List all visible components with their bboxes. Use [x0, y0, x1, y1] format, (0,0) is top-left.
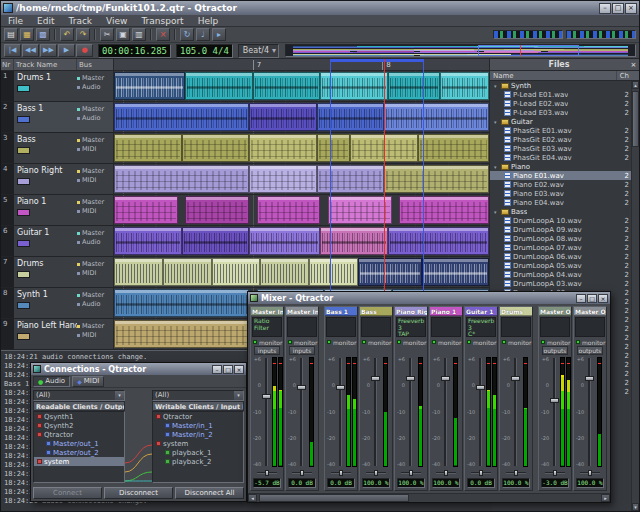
menu-track[interactable]: Track	[62, 15, 100, 27]
clip[interactable]	[388, 227, 489, 255]
clip[interactable]	[114, 289, 249, 317]
menu-view[interactable]: View	[99, 15, 134, 27]
expand-icon[interactable]: ▾	[494, 83, 499, 89]
track-color-swatch[interactable]	[17, 333, 30, 340]
pan-handle[interactable]	[339, 470, 343, 476]
track-row[interactable]: 4Piano RightMasterMIDI	[1, 164, 113, 195]
clip[interactable]	[317, 165, 385, 193]
mixer-strip[interactable]: Bassmonitor.+60-10-20-40100.0 %	[359, 306, 393, 491]
mixer-strip[interactable]: Master Outmonitoroutputs+60-10-20-40-3.0…	[538, 306, 572, 491]
snap-selector[interactable]: Beat/4▾	[238, 44, 279, 58]
fader-handle[interactable]	[406, 376, 415, 381]
clip[interactable]	[249, 103, 317, 131]
file-row[interactable]: Piano E01.wav2	[490, 171, 639, 180]
mixer-strip[interactable]: Guitar 1Freeverb 3C* Phasermonitor.+60-1…	[464, 306, 498, 491]
fader-handle[interactable]	[262, 394, 271, 399]
readable-filter[interactable]: (All)▾	[33, 390, 125, 401]
minimize-button[interactable]: –	[576, 294, 586, 303]
time-display[interactable]: 00:00:16.285	[98, 44, 171, 58]
gain-fader[interactable]	[476, 357, 485, 467]
loop-icon[interactable]: ↻	[180, 28, 194, 41]
monitor-toggle[interactable]: monitor	[360, 338, 392, 346]
metronome-icon[interactable]: ♩	[196, 28, 210, 41]
fader-handle[interactable]	[476, 385, 485, 390]
file-row[interactable]: Piano E03.wav2	[490, 189, 639, 198]
track-row[interactable]: 6Guitar 1MasterAudio	[1, 226, 113, 257]
pan-handle[interactable]	[479, 470, 483, 476]
clip[interactable]	[317, 134, 351, 162]
maximize-button[interactable]: □	[612, 3, 624, 14]
mixer-scrollbar[interactable]: ◂ ▸	[248, 493, 610, 502]
rewind-start-button[interactable]: |◀	[4, 44, 21, 57]
remove-icon[interactable]: ×	[156, 28, 170, 41]
fader-handle[interactable]	[441, 376, 450, 381]
cut-icon[interactable]: ✂	[100, 28, 114, 41]
maximize-button[interactable]: □	[223, 365, 233, 374]
file-row[interactable]: DrumLoopA 10.wav2	[490, 216, 639, 225]
pan-handle[interactable]	[514, 470, 518, 476]
clip[interactable]	[163, 258, 212, 286]
plugin-list[interactable]	[431, 317, 461, 337]
clip[interactable]	[114, 165, 249, 193]
mixer-strip[interactable]: Master Outmonitoroutputs+60-10-20-40100.…	[573, 306, 607, 491]
clip[interactable]	[185, 72, 253, 100]
plugin-list[interactable]	[575, 317, 605, 337]
clip[interactable]	[418, 134, 489, 162]
mixer-strip[interactable]: Master InRatio Filtermonitorinputs+60-10…	[250, 306, 284, 491]
file-row[interactable]: DrumLoopA 09.wav2	[490, 225, 639, 234]
file-group-row[interactable]: ▾Guitar	[490, 117, 639, 126]
clip[interactable]	[384, 165, 489, 193]
minimize-button[interactable]: –	[599, 3, 611, 14]
track-color-swatch[interactable]	[17, 116, 30, 123]
pan-slider[interactable]	[366, 469, 386, 477]
pan-slider[interactable]	[436, 469, 456, 477]
fader-handle[interactable]	[550, 398, 559, 403]
expand-icon[interactable]: ▾	[494, 209, 499, 215]
file-row[interactable]: PhasGit E02.wav2	[490, 135, 639, 144]
timeline-ruler[interactable]: 789	[114, 59, 489, 71]
port-row[interactable]: Master/out_2	[34, 448, 124, 457]
mixer-strip[interactable]: Piano RightFreeverb 3TAP PitchC* Phaserm…	[394, 306, 428, 491]
pan-handle[interactable]	[588, 470, 592, 476]
monitor-toggle[interactable]: monitor	[574, 338, 606, 346]
port-row[interactable]: Qsynth2	[34, 421, 124, 430]
clip[interactable]	[249, 227, 320, 255]
file-row[interactable]: PhasGit E03.wav2	[490, 144, 639, 153]
clip[interactable]	[114, 72, 185, 100]
track-lane[interactable]	[114, 133, 489, 164]
scroll-right-icon[interactable]: ▸	[601, 494, 610, 502]
tab-midi[interactable]: ◆MIDI	[72, 376, 104, 387]
fader-handle[interactable]	[297, 385, 306, 390]
menu-edit[interactable]: Edit	[30, 15, 61, 27]
clip[interactable]	[249, 134, 317, 162]
clip[interactable]	[328, 196, 392, 224]
clip[interactable]	[257, 196, 321, 224]
track-lane[interactable]	[114, 71, 489, 102]
maximize-button[interactable]: □	[587, 294, 597, 303]
scroll-down-icon[interactable]: ▾	[632, 503, 639, 511]
mixer-strip[interactable]: Master Inmonitorinputs+60-10-20-400.0 dB	[285, 306, 319, 491]
monitor-toggle[interactable]: monitor	[430, 338, 462, 346]
file-row[interactable]: PhasGit E04.wav2	[490, 153, 639, 162]
clip[interactable]	[399, 196, 489, 224]
clip[interactable]	[114, 103, 249, 131]
fader-handle[interactable]	[511, 376, 520, 381]
undo-icon[interactable]: ↶	[60, 28, 74, 41]
pan-slider[interactable]	[331, 469, 351, 477]
file-row[interactable]: Piano E02.wav2	[490, 180, 639, 189]
port-row[interactable]: system	[153, 439, 243, 448]
follow-playhead-icon[interactable]: ▸	[212, 28, 226, 41]
port-row[interactable]: system	[34, 457, 124, 466]
track-color-swatch[interactable]	[17, 147, 30, 154]
fader-handle[interactable]	[336, 385, 345, 390]
clip[interactable]	[384, 103, 489, 131]
tempo-display[interactable]: 105.0 4/4	[176, 44, 233, 58]
save-icon[interactable]: ▩	[36, 28, 50, 41]
clip[interactable]	[388, 72, 441, 100]
track-lane[interactable]	[114, 257, 489, 288]
close-button[interactable]: ×	[234, 365, 244, 374]
writable-filter[interactable]: (All)▾	[152, 390, 244, 401]
scrollbar-thumb[interactable]	[259, 494, 409, 502]
menu-transport[interactable]: Transport	[134, 15, 190, 27]
expand-icon[interactable]: ▾	[494, 164, 499, 170]
